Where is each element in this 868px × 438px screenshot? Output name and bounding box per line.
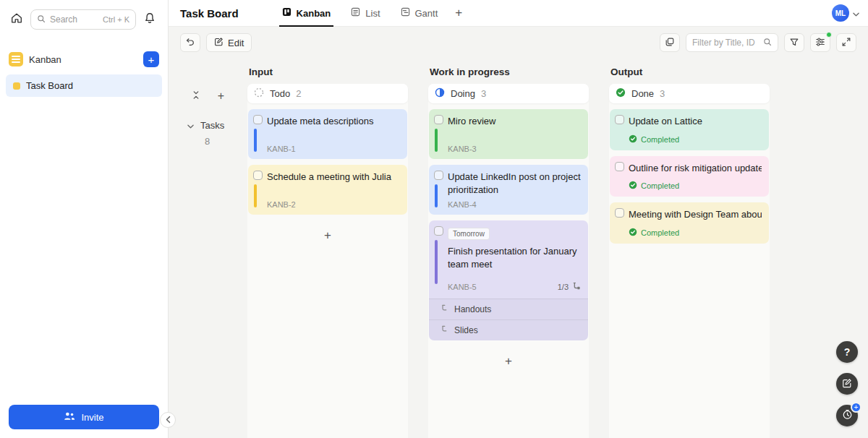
status-header-doing[interactable]: Doing 3 — [428, 84, 589, 103]
search-shortcut: Ctrl + K — [103, 15, 129, 24]
subtask-label: Slides — [454, 325, 478, 335]
sidebar: Ctrl + K Kanban + Task Board Invite — [0, 0, 169, 438]
undo-button[interactable] — [180, 33, 200, 52]
card-list: Miro review KANB-3 Update LinkedIn post … — [428, 103, 589, 377]
main-header: Task Board Kanban List — [169, 0, 868, 27]
group-by-button[interactable] — [660, 33, 680, 52]
column-output: Output Done 3 Update on La — [609, 58, 770, 438]
task-checkbox[interactable] — [253, 171, 263, 180]
add-timer-badge: + — [851, 402, 861, 413]
user-avatar[interactable]: ML — [832, 4, 849, 22]
task-card[interactable]: Meeting with Design Team about ne... Com… — [610, 202, 769, 244]
column-strip: Doing 3 Miro review KANB-3 — [428, 84, 589, 438]
chevron-left-icon — [166, 414, 171, 426]
card-list: Update meta descriptions KANB-1 Schedule… — [247, 103, 408, 251]
task-card-with-subtasks[interactable]: Tomorrow Finish presentation for January… — [429, 220, 588, 340]
bell-icon — [143, 12, 156, 27]
task-checkbox[interactable] — [434, 115, 443, 124]
feedback-button[interactable] — [836, 373, 858, 395]
completed-badge: Completed — [629, 134, 762, 145]
add-view-button[interactable]: + — [448, 0, 469, 26]
status-count: 3 — [481, 88, 486, 99]
fullscreen-button[interactable] — [836, 33, 856, 52]
filter-input-box[interactable] — [686, 33, 778, 52]
task-id: KANB-4 — [448, 200, 581, 209]
task-card[interactable]: Schedule a meeting with Julia KANB-2 — [248, 165, 407, 215]
workspace-row[interactable]: Kanban + — [0, 46, 168, 73]
invite-button[interactable]: Invite — [9, 405, 159, 429]
timer-button[interactable]: + — [836, 405, 858, 426]
status-label: Done — [631, 88, 654, 99]
task-checkbox[interactable] — [434, 226, 443, 236]
header-right: ML — [832, 0, 859, 26]
board-rail: + Tasks 8 — [169, 58, 247, 438]
check-circle-icon — [629, 134, 637, 145]
tasks-group-label: Tasks — [200, 120, 224, 131]
sidebar-item-task-board[interactable]: Task Board — [6, 74, 162, 97]
task-checkbox[interactable] — [615, 115, 624, 124]
task-id: KANB-2 — [267, 200, 400, 209]
subtask-row[interactable]: Handouts — [429, 299, 588, 319]
tab-kanban[interactable]: Kanban — [272, 0, 341, 26]
task-footer: KANB-5 1/3 — [448, 282, 581, 292]
status-header-todo[interactable]: Todo 2 — [247, 84, 408, 103]
tab-list[interactable]: List — [341, 0, 390, 26]
search-input[interactable] — [50, 14, 98, 25]
task-card[interactable]: Update on Lattice Completed — [610, 109, 769, 150]
task-card[interactable]: Miro review KANB-3 — [429, 109, 588, 159]
home-icon — [10, 12, 23, 27]
subtask-row[interactable]: Slides — [429, 319, 588, 340]
filter-button[interactable] — [784, 33, 804, 52]
display-settings-button[interactable] — [810, 33, 830, 52]
search-icon — [763, 36, 772, 49]
task-title: Schedule a meeting with Julia — [267, 171, 400, 184]
task-card[interactable]: Update LinkedIn post on project prioriti… — [429, 165, 588, 215]
column-strip: Done 3 Update on Lattice — [609, 84, 770, 438]
collapse-all-button[interactable] — [189, 87, 203, 105]
status-header-done[interactable]: Done 3 — [609, 84, 770, 103]
tab-gantt[interactable]: Gantt — [391, 0, 448, 26]
status-color-bar — [435, 240, 438, 284]
workspace-name: Kanban — [29, 54, 137, 65]
task-card[interactable]: Outline for risk mitigation update Compl… — [610, 156, 769, 197]
check-circle-icon — [629, 181, 637, 191]
tab-label: Gantt — [415, 8, 438, 19]
clock-icon — [842, 409, 853, 422]
subtask-progress-count: 1/3 — [558, 283, 569, 291]
notifications-button[interactable] — [140, 9, 159, 30]
sidebar-collapse-button[interactable] — [160, 412, 176, 428]
board-bullet-icon — [13, 82, 20, 90]
chevron-down-icon — [187, 120, 194, 131]
task-checkbox[interactable] — [253, 115, 263, 124]
task-checkbox[interactable] — [615, 162, 624, 171]
search-icon — [37, 13, 46, 26]
task-title: Update on Lattice — [629, 115, 762, 128]
completed-label: Completed — [641, 135, 679, 144]
app-window: Ctrl + K Kanban + Task Board Invite — [0, 0, 868, 438]
add-board-button[interactable]: + — [143, 51, 159, 67]
task-checkbox[interactable] — [434, 171, 443, 180]
add-task-button[interactable]: + — [429, 346, 588, 377]
status-doing-icon — [435, 87, 445, 100]
status-color-bar — [435, 184, 438, 207]
add-task-button[interactable]: + — [248, 220, 407, 251]
home-button[interactable] — [7, 9, 26, 30]
floating-buttons: ? + — [836, 341, 858, 426]
tasks-group-toggle[interactable]: Tasks — [187, 120, 247, 131]
add-group-button[interactable]: + — [215, 87, 227, 106]
edit-button[interactable]: Edit — [206, 33, 252, 52]
kanban-view-icon — [282, 7, 292, 19]
task-card[interactable]: Update meta descriptions KANB-1 — [248, 109, 407, 159]
help-button[interactable]: ? — [836, 341, 858, 363]
filter-input[interactable] — [692, 38, 759, 48]
edit-label: Edit — [228, 38, 244, 48]
invite-label: Invite — [81, 412, 103, 423]
task-id: KANB-3 — [448, 145, 581, 153]
completed-label: Completed — [641, 181, 679, 190]
task-checkbox[interactable] — [615, 208, 624, 218]
chevron-down-icon[interactable] — [853, 7, 859, 20]
view-tabs: Kanban List Gantt + — [272, 0, 470, 26]
column-strip: Todo 2 Update meta descriptions KANB-1 — [247, 84, 408, 438]
sidebar-search[interactable]: Ctrl + K — [30, 9, 136, 30]
check-circle-icon — [629, 228, 637, 238]
